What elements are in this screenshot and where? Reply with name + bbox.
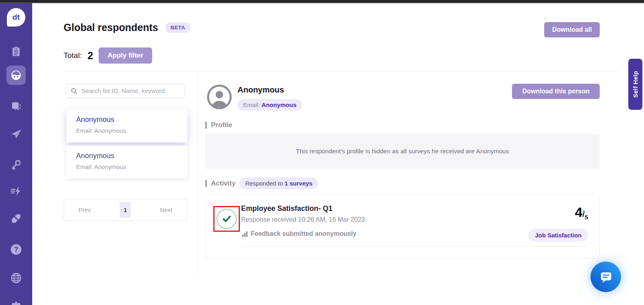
search-input[interactable]	[81, 87, 181, 95]
header-divider	[64, 71, 618, 71]
self-help-label: Self Help	[632, 71, 639, 98]
survey-category-badge: Job Satisfaction	[528, 229, 588, 242]
download-all-button[interactable]: Download all	[544, 22, 600, 37]
svg-text:?: ?	[14, 245, 19, 253]
chat-widget-button[interactable]	[590, 262, 621, 292]
apply-filter-button[interactable]: Apply filter	[99, 47, 152, 64]
respondent-name: Anonymous	[76, 115, 188, 124]
top-browser-bar	[0, 0, 644, 3]
checkmark-icon	[221, 214, 232, 224]
responded-count-badge: Responded to 1 surveys	[239, 177, 318, 189]
respondent-email: Email: Anonymous	[76, 163, 188, 170]
card-divider	[241, 246, 588, 247]
sidebar-item-integrations[interactable]	[0, 212, 32, 225]
self-help-tab[interactable]: Self Help	[628, 59, 642, 110]
key-icon	[10, 159, 22, 171]
response-received-status	[217, 209, 237, 229]
paper-plane-icon	[10, 128, 22, 140]
survey-title: Employee Satisfaction- Q1	[241, 204, 332, 213]
beta-badge: BETA	[165, 22, 190, 33]
sidebar-item-respondents-active[interactable]	[6, 66, 26, 85]
person-email-badge: Email: Anonymous	[237, 99, 302, 111]
puzzle-icon	[10, 212, 22, 225]
app-logo-text: dt	[12, 13, 20, 22]
face-icon	[10, 70, 22, 81]
pagination-prev[interactable]: Prev	[78, 206, 91, 213]
respondent-search	[66, 84, 185, 98]
profile-hidden-message: This respondent's profile is hidden as a…	[296, 148, 509, 155]
response-received-timestamp: Response received 10:26 AM, 16 Mar 2023	[241, 216, 365, 223]
briefcase-icon	[10, 299, 23, 305]
activity-section-title: Activity	[211, 179, 235, 188]
copy-icon	[10, 100, 22, 112]
app-logo[interactable]: dt	[7, 8, 25, 27]
clipboard-icon	[10, 45, 22, 58]
sidebar: dt	[0, 3, 32, 305]
download-this-person-button[interactable]: Download this person	[512, 84, 600, 99]
feedback-note-row: Feedback submitted anonymously	[242, 230, 356, 237]
bar-chart-icon	[242, 231, 249, 237]
respondent-email: Email: Anonymous	[76, 127, 188, 134]
sidebar-item-automations[interactable]	[0, 185, 32, 197]
email-value: Anonymous	[262, 101, 297, 108]
sidebar-item-help[interactable]: ?	[0, 243, 32, 256]
pagination-page-1[interactable]: 1	[120, 202, 131, 218]
responded-prefix: Responded to	[245, 180, 283, 187]
respondent-list-item-selected[interactable]: Anonymous Email: Anonymous	[66, 109, 188, 142]
survey-score: 4/5	[575, 204, 588, 221]
zap-icon	[10, 185, 22, 197]
globe-icon	[10, 272, 22, 284]
responded-count: 1 surveys	[285, 180, 312, 187]
score-max: 5	[585, 214, 588, 221]
pagination-next[interactable]: Next	[160, 206, 172, 213]
pagination: Prev 1 Next	[64, 199, 187, 221]
total-label: Total:	[64, 51, 82, 60]
profile-hidden-panel: This respondent's profile is hidden as a…	[205, 134, 600, 169]
chat-bubble-icon	[598, 269, 613, 284]
score-value: 4	[575, 204, 582, 220]
email-label: Email:	[243, 101, 260, 108]
profile-section-marker	[205, 122, 207, 129]
column-divider	[197, 73, 198, 274]
respondent-name: Anonymous	[76, 152, 188, 160]
activity-section-marker	[205, 180, 207, 187]
avatar	[207, 84, 232, 109]
respondent-list-item[interactable]: Anonymous Email: Anonymous	[66, 146, 188, 179]
survey-response-card[interactable]: Employee Satisfaction- Q1 Response recei…	[205, 194, 600, 259]
question-icon: ?	[10, 243, 22, 256]
sidebar-item-organization[interactable]	[0, 299, 32, 305]
sidebar-item-templates[interactable]	[0, 100, 32, 112]
sidebar-item-language[interactable]	[0, 272, 32, 284]
feedback-note: Feedback submitted anonymously	[251, 230, 356, 237]
sidebar-item-access-keys[interactable]	[0, 159, 32, 171]
sidebar-item-distribute[interactable]	[0, 128, 32, 140]
sidebar-item-surveys[interactable]	[0, 45, 32, 58]
page-title: Global respondents	[64, 22, 158, 33]
total-value: 2	[87, 50, 93, 62]
annotation-highlight-box	[213, 206, 240, 232]
search-icon	[70, 87, 78, 95]
profile-section-title: Profile	[211, 121, 232, 129]
person-name: Anonymous	[237, 85, 284, 95]
